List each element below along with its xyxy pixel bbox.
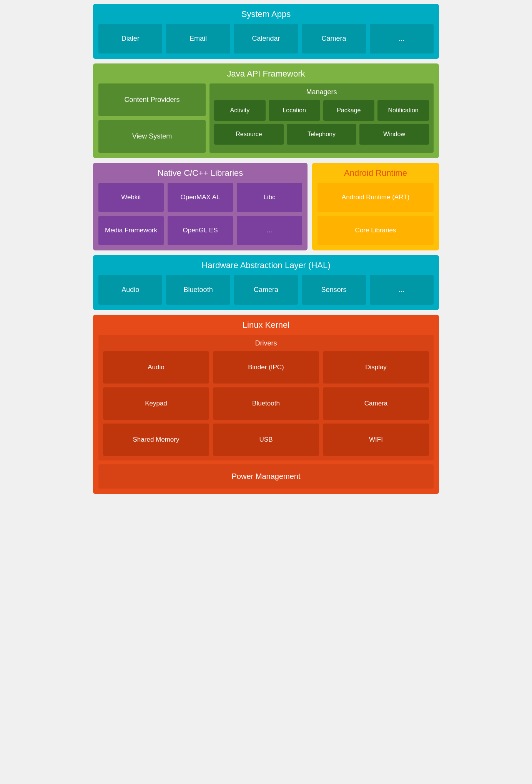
webkit-card: Webkit	[98, 183, 164, 212]
power-management: Power Management	[98, 464, 434, 489]
hal-more-card: ...	[370, 275, 434, 305]
hal-camera-card: Camera	[234, 275, 298, 305]
native-more-card: ...	[237, 216, 302, 245]
libc-card: Libc	[237, 183, 302, 212]
native-libs-title: Native C/C++ Libraries	[98, 168, 302, 178]
managers-title: Managers	[214, 88, 429, 96]
dialer-card: Dialer	[98, 24, 162, 53]
native-row2: Media Framework OpenGL ES ...	[98, 216, 302, 245]
keypad-driver: Keypad	[103, 387, 209, 420]
drivers-row3: Shared Memory USB WIFI	[103, 424, 429, 456]
managers-section: Managers Activity Location Package Notif…	[209, 83, 434, 153]
hal-layer: Hardware Abstraction Layer (HAL) Audio B…	[93, 255, 439, 310]
display-driver: Display	[323, 351, 429, 384]
drivers-title: Drivers	[103, 339, 429, 347]
system-apps-title: System Apps	[98, 9, 434, 19]
managers-grid: Activity Location Package Notification R…	[214, 100, 429, 145]
drivers-row1: Audio Binder (IPC) Display	[103, 351, 429, 384]
usb-driver: USB	[213, 424, 319, 456]
drivers-section: Drivers Audio Binder (IPC) Display Keypa…	[98, 335, 434, 460]
hal-title: Hardware Abstraction Layer (HAL)	[98, 260, 434, 270]
window-manager: Window	[359, 124, 429, 145]
package-manager: Package	[323, 100, 375, 121]
media-framework-card: Media Framework	[98, 216, 164, 245]
camera-driver: Camera	[323, 387, 429, 420]
binder-driver: Binder (IPC)	[213, 351, 319, 384]
managers-row2: Resource Telephony Window	[214, 124, 429, 145]
native-runtime-row: Native C/C++ Libraries Webkit OpenMAX AL…	[93, 163, 439, 250]
android-runtime-layer: Android Runtime Android Runtime (ART) Co…	[312, 163, 439, 250]
native-row1: Webkit OpenMAX AL Libc	[98, 183, 302, 212]
email-card: Email	[166, 24, 230, 53]
system-apps-layer: System Apps Dialer Email Calendar Camera…	[93, 4, 439, 59]
drivers-grid: Audio Binder (IPC) Display Keypad Blueto…	[103, 351, 429, 456]
java-api-content: Content Providers View System Managers A…	[98, 83, 434, 153]
drivers-row2: Keypad Bluetooth Camera	[103, 387, 429, 420]
hal-bluetooth-card: Bluetooth	[166, 275, 230, 305]
shared-memory-driver: Shared Memory	[103, 424, 209, 456]
java-api-title: Java API Framework	[98, 69, 434, 79]
native-libs-grid: Webkit OpenMAX AL Libc Media Framework O…	[98, 183, 302, 245]
art-card: Android Runtime (ART)	[318, 183, 434, 212]
camera-card: Camera	[302, 24, 366, 53]
core-libraries-card: Core Libraries	[318, 216, 434, 245]
hal-cards: Audio Bluetooth Camera Sensors ...	[98, 275, 434, 305]
calendar-card: Calendar	[234, 24, 298, 53]
bluetooth-driver: Bluetooth	[213, 387, 319, 420]
native-libs-layer: Native C/C++ Libraries Webkit OpenMAX AL…	[93, 163, 308, 250]
telephony-manager: Telephony	[287, 124, 356, 145]
content-providers-card: Content Providers	[98, 83, 206, 116]
java-api-left: Content Providers View System	[98, 83, 206, 153]
android-architecture-diagram: System Apps Dialer Email Calendar Camera…	[93, 4, 439, 494]
hal-audio-card: Audio	[98, 275, 162, 305]
hal-sensors-card: Sensors	[302, 275, 366, 305]
more-card: ...	[370, 24, 434, 53]
notification-manager: Notification	[377, 100, 429, 121]
system-apps-cards: Dialer Email Calendar Camera ...	[98, 24, 434, 53]
linux-kernel-layer: Linux Kernel Drivers Audio Binder (IPC) …	[93, 315, 439, 494]
view-system-card: View System	[98, 120, 206, 153]
activity-manager: Activity	[214, 100, 266, 121]
openmax-card: OpenMAX AL	[168, 183, 233, 212]
android-runtime-title: Android Runtime	[318, 168, 434, 178]
location-manager: Location	[269, 100, 320, 121]
wifi-driver: WIFI	[323, 424, 429, 456]
opengl-card: OpenGL ES	[168, 216, 233, 245]
java-api-layer: Java API Framework Content Providers Vie…	[93, 63, 439, 158]
resource-manager: Resource	[214, 124, 284, 145]
audio-driver: Audio	[103, 351, 209, 384]
linux-kernel-title: Linux Kernel	[98, 320, 434, 330]
managers-row1: Activity Location Package Notification	[214, 100, 429, 121]
